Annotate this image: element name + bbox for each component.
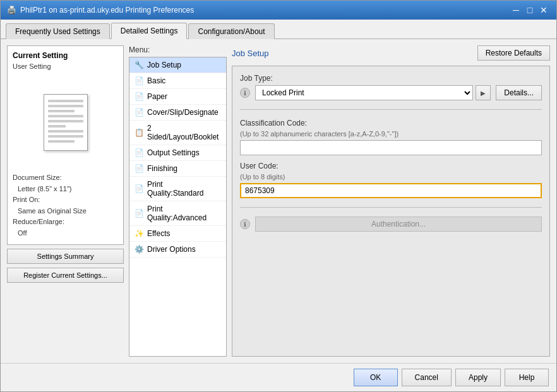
paper-line (48, 125, 66, 128)
reduce-enlarge-value: Off (13, 228, 87, 239)
job-type-label: Job Type: (240, 74, 273, 83)
paper-lines (44, 95, 87, 148)
paper-line (48, 115, 83, 117)
menu-item-print-quality-advanced[interactable]: 📄 Print Quality:Advanced (129, 201, 226, 226)
menu-item-label: Job Setup (147, 61, 181, 69)
menu-item-label: Paper (147, 92, 167, 101)
apply-button[interactable]: Apply (455, 369, 501, 386)
menu-list: 🔧 Job Setup 📄 Basic 📄 Paper 📄 Cover/Slip… (129, 57, 227, 357)
menu-item-basic[interactable]: 📄 Basic (129, 73, 226, 89)
print-on-label: Print On: (13, 194, 87, 206)
job-type-select-wrapper: Locked Print Normal Print Hold Print Sto… (255, 85, 491, 100)
paper-line (48, 100, 83, 102)
menu-panel: Menu: 🔧 Job Setup 📄 Basic 📄 Paper 📄 C (129, 45, 227, 357)
tab-bar: Frequently Used Settings Detailed Settin… (1, 20, 556, 39)
document-size-label: Document Size: (13, 172, 87, 184)
print-on-value: Same as Original Size (13, 206, 87, 217)
menu-item-2sided[interactable]: 📋 2 Sided/Layout/Booklet (129, 121, 226, 145)
restore-defaults-button[interactable]: Restore Defaults (477, 45, 550, 61)
classification-code-group: Classification Code: (Up to 32 alphanume… (240, 119, 542, 155)
divider-2 (240, 207, 542, 208)
menu-item-paper[interactable]: 📄 Paper (129, 89, 226, 105)
paper-icon: 📄 (135, 92, 143, 101)
current-setting-title: Current Setting (13, 51, 68, 60)
job-type-field-row: ℹ Locked Print Normal Print Hold Print S… (240, 85, 542, 100)
bottom-bar: OK Cancel Apply Help (1, 363, 556, 391)
minimize-button[interactable]: ─ (510, 4, 522, 16)
job-type-play-button[interactable]: ▶ (476, 85, 491, 100)
title-bar-left: 🖨️ PhilPtr1 on as-print.ad.uky.edu Print… (7, 6, 194, 15)
window-icon: 🖨️ (7, 6, 16, 15)
menu-item-label: Cover/Slip/Designate (147, 108, 219, 117)
menu-item-label: Print Quality:Advanced (147, 205, 221, 222)
paper-line (48, 140, 75, 143)
right-top: Job Setup Restore Defaults (232, 45, 550, 61)
section-title: Job Setup (232, 46, 269, 61)
gear-icon: ⚙️ (135, 245, 143, 254)
menu-item-label: Finishing (147, 164, 177, 173)
auth-info-icon: ℹ (240, 219, 250, 229)
classification-code-input[interactable] (240, 140, 542, 155)
menu-item-label: Output Settings (147, 148, 200, 157)
auth-row: ℹ Authentication... (240, 217, 542, 232)
job-type-group: Job Type: ℹ Locked Print Normal Print Ho… (240, 74, 542, 100)
register-settings-button[interactable]: Register Current Settings... (7, 268, 124, 283)
menu-item-finishing[interactable]: 📄 Finishing (129, 161, 226, 177)
doc-info: Document Size: Letter (8.5" x 11") Print… (13, 172, 87, 239)
user-code-input[interactable] (240, 183, 542, 198)
effects-icon: ✨ (135, 229, 143, 238)
classification-code-label: Classification Code: (240, 119, 542, 128)
maximize-button[interactable]: □ (524, 4, 536, 16)
wrench-icon: 🔧 (135, 61, 143, 69)
tab-configuration-about[interactable]: Configuration/About (188, 23, 274, 39)
tab-detailed-settings[interactable]: Detailed Settings (111, 23, 188, 39)
user-code-label: User Code: (240, 162, 542, 170)
details-button[interactable]: Details... (496, 85, 542, 100)
menu-item-label: Driver Options (147, 245, 196, 254)
current-setting-value: User Setting (13, 62, 51, 70)
finishing-icon: 📄 (135, 164, 143, 173)
user-code-sublabel: (Up to 8 digits) (240, 173, 542, 181)
menu-item-label: 2 Sided/Layout/Booklet (147, 124, 221, 141)
paper-line (48, 130, 83, 133)
paper-line (48, 110, 75, 112)
menu-item-label: Basic (147, 76, 165, 85)
menu-item-output-settings[interactable]: 📄 Output Settings (129, 145, 226, 161)
content-area: Job Type: ℹ Locked Print Normal Print Ho… (232, 66, 550, 357)
paper-line (48, 135, 83, 138)
user-code-group: User Code: (Up to 8 digits) (240, 162, 542, 198)
menu-item-effects[interactable]: ✨ Effects (129, 226, 226, 242)
right-panel: Job Setup Restore Defaults Job Type: ℹ L… (232, 45, 550, 357)
document-size-value: Letter (8.5" x 11") (13, 184, 87, 195)
auth-btn-wrapper: Authentication... (255, 217, 542, 232)
left-panel: Current Setting User Setting (7, 45, 124, 357)
cover-icon: 📄 (135, 108, 143, 117)
paper-line (48, 105, 83, 107)
divider (240, 109, 542, 110)
tab-frequently-used[interactable]: Frequently Used Settings (6, 23, 110, 39)
title-controls: ─ □ ✕ (510, 4, 550, 16)
main-content: Current Setting User Setting (1, 39, 556, 363)
left-bottom-buttons: Settings Summary Register Current Settin… (7, 249, 124, 283)
menu-item-driver-options[interactable]: ⚙️ Driver Options (129, 242, 226, 258)
reduce-enlarge-label: Reduce/Enlarge: (13, 217, 87, 228)
menu-item-label: Print Quality:Standard (147, 180, 221, 198)
title-bar: 🖨️ PhilPtr1 on as-print.ad.uky.edu Print… (1, 1, 556, 20)
menu-item-cover-slip[interactable]: 📄 Cover/Slip/Designate (129, 105, 226, 121)
ok-button[interactable]: OK (354, 369, 398, 386)
current-setting-box: Current Setting User Setting (7, 45, 124, 245)
settings-summary-button[interactable]: Settings Summary (7, 249, 124, 264)
quality-std-icon: 📄 (135, 184, 143, 193)
job-type-row: Job Type: (240, 74, 542, 83)
close-button[interactable]: ✕ (537, 4, 550, 16)
doc-icon: 📄 (135, 76, 143, 85)
job-type-select[interactable]: Locked Print Normal Print Hold Print Sto… (255, 85, 473, 100)
menu-item-job-setup[interactable]: 🔧 Job Setup (129, 57, 226, 73)
menu-item-print-quality-standard[interactable]: 📄 Print Quality:Standard (129, 177, 226, 201)
classification-code-sublabel: (Up to 32 alphanumeric characters [a-z,A… (240, 130, 542, 138)
job-type-info-icon: ℹ (240, 88, 250, 98)
cancel-button[interactable]: Cancel (402, 369, 452, 386)
output-icon: 📄 (135, 148, 143, 157)
help-button[interactable]: Help (505, 369, 549, 386)
layout-icon: 📋 (135, 128, 143, 137)
